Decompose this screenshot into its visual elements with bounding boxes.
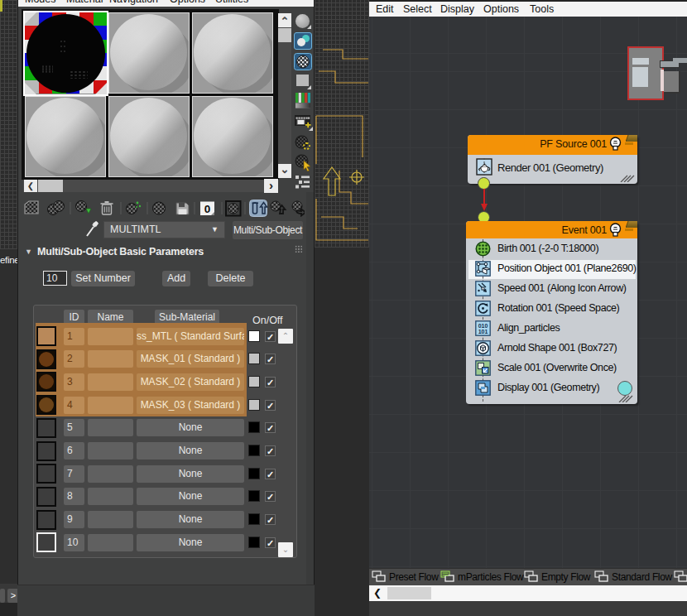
svg-text:010: 010	[478, 323, 488, 329]
svg-text:101: 101	[478, 329, 488, 334]
svg-text:0: 0	[204, 203, 211, 215]
